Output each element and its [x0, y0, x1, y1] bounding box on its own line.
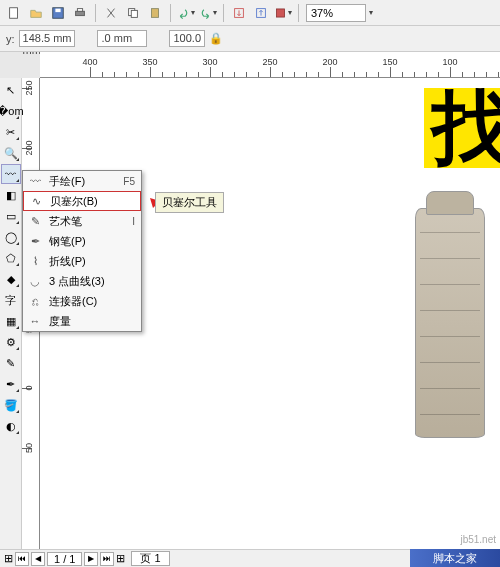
new-icon[interactable]: [4, 3, 24, 23]
watermark: jb51.net: [460, 534, 496, 545]
main-toolbar: ▾ ▾ ▾ ▾: [0, 0, 500, 26]
separator: [170, 4, 171, 22]
h-field[interactable]: .0 mm: [97, 30, 147, 47]
svg-rect-4: [77, 8, 82, 11]
chevron-down-icon[interactable]: ▾: [369, 8, 373, 17]
menu-item-shortcut: I: [132, 216, 135, 227]
ruler-label: 400: [82, 57, 97, 67]
ellipse-tool-icon[interactable]: ◯: [1, 227, 21, 247]
menu-item-label: 连接器(C): [49, 294, 129, 309]
y-field[interactable]: 148.5 mm: [19, 30, 76, 47]
menu-item-label: 艺术笔: [49, 214, 126, 229]
menu-item-artistic[interactable]: ✎艺术笔I: [23, 211, 141, 231]
page-add-icon[interactable]: ⊞: [116, 552, 125, 565]
undo-icon[interactable]: ▾: [176, 3, 196, 23]
ruler-label: 0: [24, 385, 34, 390]
menu-item-label: 手绘(F): [49, 174, 117, 189]
link-icon: [79, 32, 93, 46]
separator: [95, 4, 96, 22]
dimension-icon: ↔: [27, 313, 43, 329]
svg-rect-10: [276, 8, 284, 16]
redo-icon[interactable]: ▾: [198, 3, 218, 23]
property-bar-2: y: 148.5 mm .0 mm 100.0 🔒: [0, 26, 500, 52]
export-icon[interactable]: [251, 3, 271, 23]
ruler-label: 200: [24, 140, 34, 155]
bezier-icon: ∿: [28, 193, 44, 209]
menu-item-dimension[interactable]: ↔度量: [23, 311, 141, 331]
ruler-label: 250: [262, 57, 277, 67]
menu-item-pen[interactable]: ✒钢笔(P): [23, 231, 141, 251]
menu-item-freehand[interactable]: 〰手绘(F)F5: [23, 171, 141, 191]
text-tool-icon[interactable]: 字: [1, 290, 21, 310]
open-icon[interactable]: [26, 3, 46, 23]
svg-rect-2: [55, 8, 60, 12]
chevron-down-icon: ▾: [213, 8, 217, 17]
svg-rect-3: [76, 11, 85, 15]
brand-badge: 脚本之家: [410, 549, 500, 567]
menu-item-bezier[interactable]: ∿贝塞尔(B): [23, 191, 141, 211]
separator: [298, 4, 299, 22]
menu-item-label: 度量: [49, 314, 129, 329]
curve-tool-icon[interactable]: 〰: [1, 164, 21, 184]
ruler-label: 50: [24, 443, 34, 453]
import-icon[interactable]: [229, 3, 249, 23]
ruler-label: 350: [142, 57, 157, 67]
freehand-icon: 〰: [27, 173, 43, 189]
menu-item-label: 3 点曲线(3): [49, 274, 129, 289]
table-tool-icon[interactable]: ▦: [1, 311, 21, 331]
ruler-label: 100: [442, 57, 457, 67]
ruler-horizontal: 400350300250200150100: [40, 52, 500, 78]
canvas-image-bell: [415, 208, 485, 438]
page-indicator[interactable]: 1 / 1: [47, 552, 82, 566]
svg-rect-7: [152, 8, 159, 17]
menu-item-polyline[interactable]: ⌇折线(P): [23, 251, 141, 271]
first-page-button[interactable]: ⏮: [15, 552, 29, 566]
pick-tool-icon[interactable]: ↖: [1, 80, 21, 100]
basic-shapes-icon[interactable]: ◆: [1, 269, 21, 289]
ruler-label: 200: [322, 57, 337, 67]
ruler-label: 300: [202, 57, 217, 67]
page-tab[interactable]: 页 1: [131, 551, 169, 566]
interactive-tool-icon[interactable]: ⚙: [1, 332, 21, 352]
svg-rect-6: [131, 10, 137, 17]
menu-item-shortcut: F5: [123, 176, 135, 187]
crop-tool-icon[interactable]: ✂: [1, 122, 21, 142]
fill-tool-icon[interactable]: 🪣: [1, 395, 21, 415]
ruler-label: 150: [382, 57, 397, 67]
link-icon: [151, 32, 165, 46]
prev-page-button[interactable]: ◀: [31, 552, 45, 566]
outline-tool-icon[interactable]: ✒: [1, 374, 21, 394]
connector-icon: ⎌: [27, 293, 43, 309]
3point-icon: ◡: [27, 273, 43, 289]
smart-fill-icon[interactable]: ◧: [1, 185, 21, 205]
transparency-icon[interactable]: ◐: [1, 416, 21, 436]
lock-icon[interactable]: 🔒: [209, 32, 223, 46]
publish-icon[interactable]: ▾: [273, 3, 293, 23]
page-add-icon[interactable]: ⊞: [4, 552, 13, 565]
menu-item-connector[interactable]: ⎌连接器(C): [23, 291, 141, 311]
cut-icon[interactable]: [101, 3, 121, 23]
tooltip: 贝塞尔工具: [155, 192, 224, 213]
polyline-icon: ⌇: [27, 253, 43, 269]
y-label: y:: [6, 33, 15, 45]
svg-rect-0: [10, 7, 18, 18]
sy-field[interactable]: 100.0: [169, 30, 205, 47]
menu-item-3point[interactable]: ◡3 点曲线(3): [23, 271, 141, 291]
next-page-button[interactable]: ▶: [84, 552, 98, 566]
zoom-input[interactable]: [306, 4, 366, 22]
toolbox: ↖ �om ✂ 🔍 〰 ◧ ▭ ◯ ⬠ ◆ 字 ▦ ⚙ ✎ ✒ 🪣 ◐: [0, 78, 22, 549]
page-navigator: ⊞ ⏮ ◀ 1 / 1 ▶ ⏭ ⊞ 页 1: [0, 551, 174, 566]
print-icon[interactable]: [70, 3, 90, 23]
copy-icon[interactable]: [123, 3, 143, 23]
save-icon[interactable]: [48, 3, 68, 23]
paste-icon[interactable]: [145, 3, 165, 23]
ruler-label: 250: [24, 80, 34, 95]
eyedropper-icon[interactable]: ✎: [1, 353, 21, 373]
chevron-down-icon: ▾: [288, 8, 292, 17]
rectangle-tool-icon[interactable]: ▭: [1, 206, 21, 226]
zoom-tool-icon[interactable]: 🔍: [1, 143, 21, 163]
shape-tool-icon[interactable]: �om: [1, 101, 21, 121]
last-page-button[interactable]: ⏭: [100, 552, 114, 566]
polygon-tool-icon[interactable]: ⬠: [1, 248, 21, 268]
chevron-down-icon: ▾: [191, 8, 195, 17]
